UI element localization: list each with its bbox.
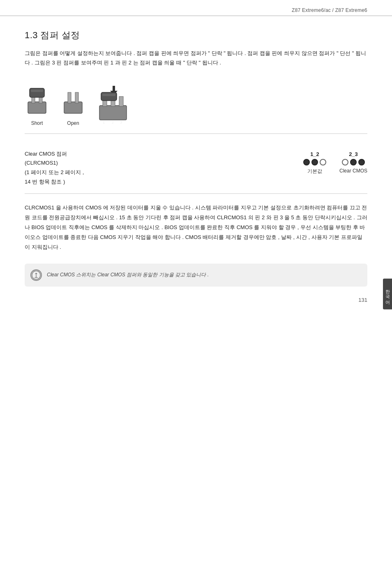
svg-rect-7 xyxy=(75,92,78,103)
svg-rect-0 xyxy=(28,102,46,113)
cmos-pin-12-label: 1_2 xyxy=(310,151,319,157)
note-icon xyxy=(30,269,42,281)
pin-1-empty xyxy=(342,159,348,165)
header-title: Z87 Extreme6/ac / Z87 Extreme6 xyxy=(292,7,367,13)
pin-2-filled-b xyxy=(350,159,357,165)
svg-rect-4 xyxy=(31,90,43,92)
jumper-short: Short xyxy=(25,79,49,126)
svg-point-19 xyxy=(35,273,37,274)
svg-rect-12 xyxy=(119,96,123,106)
cmos-desc-line4: 14 번 항목 참조 ) xyxy=(25,177,287,187)
svg-text:1: 1 xyxy=(103,120,105,124)
body-text: CLRCMOS1 을 사용하여 CMOS 에 저장된 데이터를 지울 수 있습니… xyxy=(25,203,367,252)
jumper-open-label: Open xyxy=(67,120,79,126)
jumper-diagram-area: Short Open xyxy=(25,79,367,134)
cmos-section: Clear CMOS 점퍼 (CLRCMOS1) (1 페이지 또는 2 페이지… xyxy=(25,143,367,194)
cmos-description: Clear CMOS 점퍼 (CLRCMOS1) (1 페이지 또는 2 페이지… xyxy=(25,149,287,187)
cmos-desc-line3: (1 페이지 또는 2 페이지 , xyxy=(25,168,287,177)
header: Z87 Extreme6/ac / Z87 Extreme6 xyxy=(0,0,392,16)
jumper-numbered: 1 2 3 xyxy=(97,85,130,126)
pin-1-filled xyxy=(303,159,310,165)
cmos-desc-line2: (CLRCMOS1) xyxy=(25,158,287,168)
svg-rect-9 xyxy=(99,106,127,120)
cmos-pin-23-group: 2_3 Clear CMOS xyxy=(339,151,367,174)
page-container: Z87 Extreme6/ac / Z87 Extreme6 한국어 1.3 점… xyxy=(0,0,392,588)
cmos-desc-line1: Clear CMOS 점퍼 xyxy=(25,149,287,159)
cmos-diagrams: 1_2 기본값 2_3 Clear CMO xyxy=(303,149,367,175)
svg-rect-6 xyxy=(68,92,71,103)
cmos-pin-23-row xyxy=(342,159,365,165)
cmos-pin-12-group: 1_2 기본값 xyxy=(303,151,326,175)
intro-text: 그림은 점퍼를 어떻게 설정하는지 보여줍니다 . 점퍼 캡을 핀에 씌우면 점… xyxy=(25,49,367,68)
page-number: 131 xyxy=(358,297,367,303)
pin-2-filled xyxy=(311,159,318,165)
svg-text:2: 2 xyxy=(112,120,114,124)
svg-text:3: 3 xyxy=(120,120,122,124)
section-heading: 1.3 점퍼 설정 xyxy=(25,29,367,41)
jumper-open: Open xyxy=(61,79,85,126)
svg-rect-5 xyxy=(64,102,82,113)
main-content: 1.3 점퍼 설정 그림은 점퍼를 어떻게 설정하는지 보여줍니다 . 점퍼 캡… xyxy=(0,16,392,313)
cmos-pin-23-label: 2_3 xyxy=(349,151,358,157)
note-box: Clear CMOS 스위치는 Clear CMOS 점퍼와 동일한 기능을 갖… xyxy=(25,264,367,287)
cmos-pin-23-sublabel: Clear CMOS xyxy=(339,168,367,174)
cmos-pin-12-sublabel: 기본값 xyxy=(307,168,322,175)
jumper-numbered-svg: 1 2 3 xyxy=(97,85,130,126)
cmos-pin-12-row xyxy=(303,159,326,165)
note-text: Clear CMOS 스위치는 Clear CMOS 점퍼와 동일한 기능을 갖… xyxy=(47,271,209,279)
note-icon-svg xyxy=(31,269,41,281)
pin-3-empty xyxy=(320,159,326,165)
jumper-short-label: Short xyxy=(31,120,43,126)
jumper-short-svg xyxy=(25,79,49,116)
pin-3-filled xyxy=(358,159,365,165)
jumper-open-svg xyxy=(61,79,85,116)
svg-rect-14 xyxy=(102,94,115,96)
